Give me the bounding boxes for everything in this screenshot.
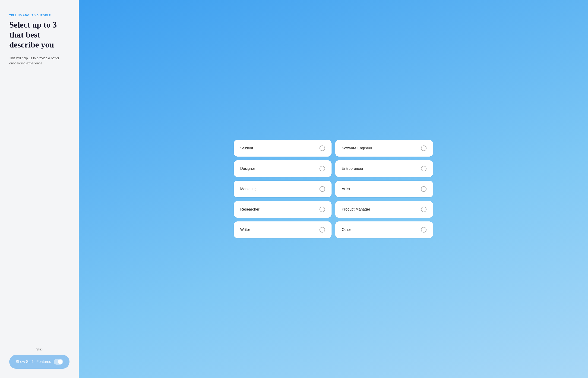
options-grid: StudentSoftware EngineerDesignerEntrepre… xyxy=(234,140,433,238)
option-label-other: Other xyxy=(342,228,351,232)
option-label-artist: Artist xyxy=(342,187,350,191)
toggle-icon xyxy=(54,359,63,364)
skip-button[interactable]: Skip xyxy=(36,347,42,351)
option-card-product-manager[interactable]: Product Manager xyxy=(335,201,433,218)
radio-circle-writer xyxy=(319,227,325,232)
option-card-writer[interactable]: Writer xyxy=(234,221,331,238)
radio-circle-artist xyxy=(421,186,426,192)
option-card-marketing[interactable]: Marketing xyxy=(234,181,331,197)
cta-button[interactable]: Show Surf's Features xyxy=(9,355,69,369)
bottom-actions: Skip Show Surf's Features xyxy=(9,347,69,369)
toggle-thumb xyxy=(58,360,63,364)
cta-label: Show Surf's Features xyxy=(16,360,51,364)
radio-circle-researcher xyxy=(319,207,325,212)
option-card-artist[interactable]: Artist xyxy=(335,181,433,197)
radio-circle-other xyxy=(421,227,426,232)
option-label-student: Student xyxy=(240,146,253,150)
option-card-entrepreneur[interactable]: Entrepreneur xyxy=(335,160,433,177)
radio-circle-student xyxy=(319,146,325,151)
option-label-marketing: Marketing xyxy=(240,187,257,191)
radio-circle-designer xyxy=(319,166,325,171)
radio-circle-entrepreneur xyxy=(421,166,426,171)
option-label-software-engineer: Software Engineer xyxy=(342,146,372,150)
option-card-student[interactable]: Student xyxy=(234,140,331,157)
option-card-researcher[interactable]: Researcher xyxy=(234,201,331,218)
option-card-other[interactable]: Other xyxy=(335,221,433,238)
option-label-writer: Writer xyxy=(240,228,250,232)
option-label-entrepreneur: Entrepreneur xyxy=(342,166,363,171)
option-label-product-manager: Product Manager xyxy=(342,207,370,212)
radio-circle-software-engineer xyxy=(421,146,426,151)
right-panel: StudentSoftware EngineerDesignerEntrepre… xyxy=(79,0,588,378)
option-card-software-engineer[interactable]: Software Engineer xyxy=(335,140,433,157)
left-panel: TELL US ABOUT YOURSELF Select up to 3 th… xyxy=(0,0,79,378)
section-label: TELL US ABOUT YOURSELF xyxy=(9,14,69,17)
radio-circle-marketing xyxy=(319,186,325,192)
radio-circle-product-manager xyxy=(421,207,426,212)
main-heading: Select up to 3 that best describe you xyxy=(9,20,69,50)
option-card-designer[interactable]: Designer xyxy=(234,160,331,177)
description-text: This will help us to provide a better on… xyxy=(9,55,69,66)
form-content: TELL US ABOUT YOURSELF Select up to 3 th… xyxy=(9,14,69,66)
option-label-designer: Designer xyxy=(240,166,255,171)
option-label-researcher: Researcher xyxy=(240,207,260,212)
